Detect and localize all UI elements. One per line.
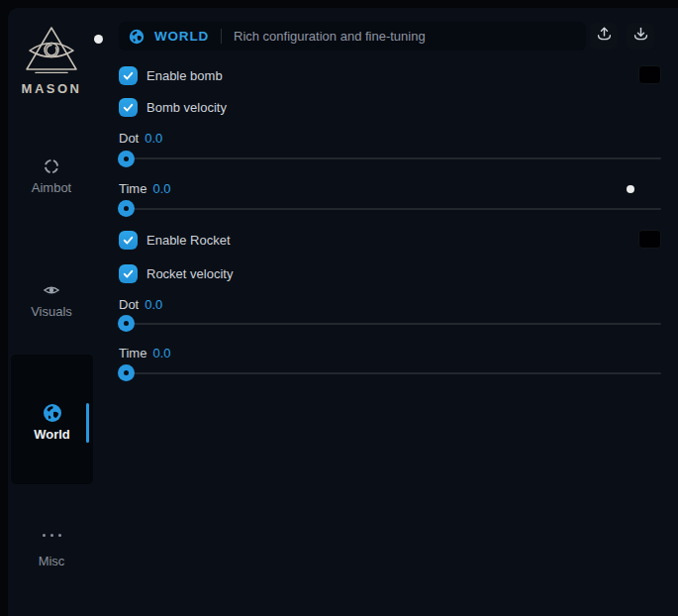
check-icon xyxy=(122,234,135,247)
enable-rocket-checkbox[interactable] xyxy=(119,231,138,250)
slider-value: 0.0 xyxy=(152,181,170,196)
bomb-time-slider-knob[interactable] xyxy=(118,200,135,217)
active-indicator-bar xyxy=(86,403,89,443)
upload-icon xyxy=(595,25,614,48)
bomb-dot-slider-knob[interactable] xyxy=(118,151,135,167)
checkbox-label: Rocket velocity xyxy=(146,266,233,281)
header-divider xyxy=(221,29,222,44)
slider-value: 0.0 xyxy=(145,297,162,312)
globe-icon xyxy=(11,403,93,423)
mason-eye-logo-icon xyxy=(23,26,80,73)
slider-name: Dot xyxy=(119,131,139,146)
page-title: WORLD xyxy=(154,29,209,44)
bomb-time-slider[interactable] xyxy=(119,208,661,210)
sidebar-item-world[interactable]: World xyxy=(11,355,93,484)
slider-value: 0.0 xyxy=(152,346,170,360)
sidebar-item-label: Aimbot xyxy=(8,180,95,195)
enable-rocket-row: Enable Rocket xyxy=(119,230,231,250)
enable-bomb-checkbox[interactable] xyxy=(119,66,138,85)
check-icon xyxy=(122,267,135,280)
rocket-velocity-checkbox[interactable] xyxy=(119,264,138,283)
sidebar-item-aimbot[interactable]: Aimbot xyxy=(8,157,95,195)
logo: MASON xyxy=(8,26,95,96)
rocket-time-slider-label: Time0.0 xyxy=(119,347,170,360)
rocket-velocity-row: Rocket velocity xyxy=(119,263,233,283)
sidebar-item-label: World xyxy=(11,427,93,442)
page-subtitle: Rich configuration and fine-tuning xyxy=(234,29,426,44)
sidebar-item-visuals[interactable]: Visuals xyxy=(8,281,95,319)
rocket-color-swatch[interactable] xyxy=(638,230,661,249)
checkbox-label: Bomb velocity xyxy=(146,100,227,115)
bomb-time-slider-label: Time0.0 xyxy=(119,182,170,196)
cursor-dot xyxy=(94,35,103,44)
globe-icon xyxy=(129,29,145,45)
bomb-dot-slider[interactable] xyxy=(119,157,661,159)
rocket-time-slider-knob[interactable] xyxy=(118,364,135,381)
bomb-velocity-row: Bomb velocity xyxy=(119,97,227,117)
download-icon xyxy=(631,25,650,48)
rocket-time-slider[interactable] xyxy=(119,372,661,374)
checkbox-label: Enable bomb xyxy=(146,68,223,83)
page-header: WORLD Rich configuration and fine-tuning xyxy=(119,22,586,51)
check-icon xyxy=(122,69,135,82)
slider-name: Time xyxy=(119,346,146,360)
mason-window: MASON Aimbot Visuals World xyxy=(8,8,678,616)
ellipsis-icon xyxy=(8,531,95,549)
bomb-velocity-checkbox[interactable] xyxy=(119,98,138,117)
sidebar-item-misc[interactable]: Misc xyxy=(8,531,95,568)
rocket-dot-slider[interactable] xyxy=(119,323,661,325)
bomb-color-swatch[interactable] xyxy=(638,65,661,84)
rocket-dot-slider-label: Dot0.0 xyxy=(119,298,162,312)
sidebar-item-label: Visuals xyxy=(8,304,95,319)
logo-text: MASON xyxy=(8,81,95,96)
crosshair-icon xyxy=(8,157,95,175)
slider-name: Time xyxy=(119,181,146,196)
download-config-button[interactable] xyxy=(627,23,654,50)
rocket-dot-slider-knob[interactable] xyxy=(118,315,135,332)
sidebar-item-label: Misc xyxy=(8,554,95,568)
checkbox-label: Enable Rocket xyxy=(146,233,231,248)
check-icon xyxy=(122,101,135,114)
cursor-dot xyxy=(627,185,634,193)
eye-icon xyxy=(8,281,95,299)
slider-value: 0.0 xyxy=(145,131,162,146)
enable-bomb-row: Enable bomb xyxy=(119,65,223,85)
bomb-dot-slider-label: Dot0.0 xyxy=(119,132,162,146)
slider-name: Dot xyxy=(119,297,139,312)
upload-config-button[interactable] xyxy=(590,23,618,50)
